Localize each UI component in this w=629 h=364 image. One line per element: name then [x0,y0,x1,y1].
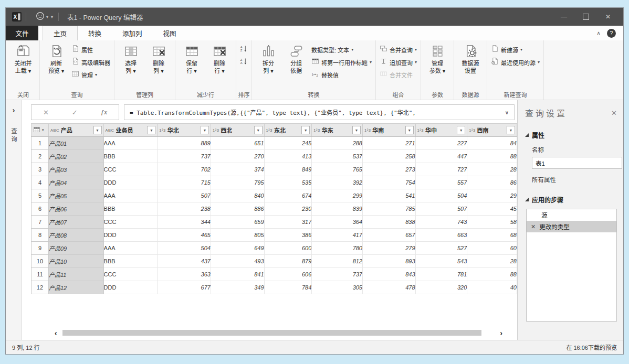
cell-华北[interactable]: 238 [158,202,211,216]
cell-业务员[interactable]: AAA [103,242,158,255]
cell-东北[interactable]: 606 [264,268,312,281]
cell-华北[interactable]: 889 [158,137,211,150]
cell-西北[interactable]: 270 [211,150,264,163]
scrollbar-thumb[interactable] [62,330,481,336]
cell-业务员[interactable]: DDD [103,229,158,242]
cell-产品[interactable]: 产品06 [48,202,103,216]
cell-东北[interactable]: 600 [264,242,312,255]
cell-业务员[interactable]: CCC [103,163,158,176]
cell-华东[interactable]: 288 [312,137,363,150]
formula-expand-icon[interactable]: ∨ [505,110,509,115]
cell-西北[interactable]: 349 [211,281,264,294]
cell-华东[interactable]: 839 [312,202,363,216]
cell-业务员[interactable]: BBB [103,202,158,216]
cell-东北[interactable]: 317 [264,216,312,229]
cell-华北[interactable]: 737 [158,150,211,163]
cell-西南[interactable]: 86 [467,176,517,189]
ribbon-button-数据源设置[interactable]: 数据源设置 [458,42,483,74]
cell-华南[interactable]: 893 [362,255,415,268]
cell-华中[interactable]: 543 [415,255,467,268]
cell-西北[interactable]: 886 [211,202,264,216]
cell-华东[interactable]: 305 [312,281,363,294]
row-number[interactable]: 7 [32,216,49,229]
cell-西北[interactable]: 840 [211,189,264,202]
cell-华北[interactable]: 465 [158,229,211,242]
cell-西南[interactable]: 28 [467,163,517,176]
column-header-业务员[interactable]: ABC业务员▼ [103,124,158,137]
horizontal-scrollbar[interactable]: ‹ › [55,329,502,337]
ribbon-button-关闭并上载[interactable]: 关闭并上载 ▾ [11,42,36,74]
cell-华中[interactable]: 227 [415,137,467,150]
cell-华北[interactable]: 702 [158,163,211,176]
cell-产品[interactable]: 产品05 [48,189,103,202]
ribbon-button-合并文件[interactable]: 合并文件 [380,70,417,80]
ribbon-button-刷新预览[interactable]: 刷新预览 ▾ [44,42,69,74]
column-header-华中[interactable]: 1²3华中▼ [415,124,467,137]
ribbon-button-保留行[interactable]: 保留行 ▾ [179,42,204,74]
ribbon-button-最近使用的源[interactable]: 最近使用的源▾ [491,57,540,67]
cell-华中[interactable]: 781 [415,268,467,281]
column-filter-button[interactable]: ▼ [352,126,361,134]
cell-华东[interactable]: 299 [312,189,363,202]
applied-steps-section-header[interactable]: 应用的步骤 [525,195,617,204]
cell-东北[interactable]: 535 [264,176,312,189]
column-header-华东[interactable]: 1²3华东▼ [312,124,363,137]
ribbon-button-sort-ascending-icon[interactable]: AZ [240,45,248,55]
row-number[interactable]: 2 [32,150,49,163]
cell-业务员[interactable]: AAA [103,189,158,202]
cell-华中[interactable]: 743 [415,216,467,229]
ribbon-button-属性[interactable]: 属性 [71,45,110,55]
cell-产品[interactable]: 产品04 [48,176,103,189]
cell-华东[interactable]: 364 [312,216,363,229]
remove-step-icon[interactable]: ✕ [531,223,536,230]
ribbon-button-替换值[interactable]: 12替换值 [311,70,372,80]
cell-西南[interactable]: 45 [467,202,517,216]
cell-西北[interactable]: 805 [211,229,264,242]
expand-queries-pane-icon[interactable]: › [13,105,15,114]
cell-华北[interactable]: 715 [158,176,211,189]
cell-华南[interactable]: 785 [362,202,415,216]
cell-华南[interactable]: 754 [362,176,415,189]
formula-accept-icon[interactable]: ✓ [72,109,78,116]
tab-转换[interactable]: 转换 [78,26,112,40]
cell-华北[interactable]: 437 [158,255,211,268]
cell-华北[interactable]: 677 [158,281,211,294]
row-number[interactable]: 10 [32,255,49,268]
column-filter-button[interactable]: ▼ [147,126,155,134]
cell-西北[interactable]: 649 [211,242,264,255]
cell-业务员[interactable]: CCC [103,216,158,229]
cell-东北[interactable]: 879 [264,255,312,268]
cell-产品[interactable]: 产品01 [48,137,103,150]
tab-主页[interactable]: 主页 [43,26,78,40]
tab-视图[interactable]: 视图 [153,26,187,40]
quick-access-customize-icon[interactable]: ▼ [50,15,54,19]
column-filter-button[interactable]: ▼ [507,126,515,134]
column-filter-button[interactable]: ▼ [201,126,209,134]
cell-业务员[interactable]: BBB [103,255,158,268]
row-number[interactable]: 3 [32,163,49,176]
row-number[interactable]: 1 [32,137,49,150]
cell-东北[interactable]: 245 [264,137,312,150]
cell-华南[interactable]: 843 [362,268,415,281]
row-number[interactable]: 9 [32,242,49,255]
scroll-left-icon[interactable]: ‹ [55,330,57,336]
cell-西北[interactable]: 493 [211,255,264,268]
cell-东北[interactable]: 413 [264,150,312,163]
ribbon-button-追加查询[interactable]: 追加查询▾ [380,57,417,67]
row-number[interactable]: 12 [32,281,49,294]
cell-产品[interactable]: 产品03 [48,163,103,176]
cell-华北[interactable]: 363 [158,268,211,281]
formula-input[interactable]: = Table.TransformColumnTypes(源,{{"产品", t… [124,104,515,120]
cell-华中[interactable]: 447 [415,150,467,163]
cell-业务员[interactable]: DDD [103,281,158,294]
cell-东北[interactable]: 674 [264,189,312,202]
cell-西南[interactable]: 88 [467,268,517,281]
cell-东北[interactable]: 230 [264,202,312,216]
ribbon-button-删除行[interactable]: 删除行 ▾ [207,42,232,74]
cell-东北[interactable]: 849 [264,163,312,176]
cell-西北[interactable]: 795 [211,176,264,189]
cell-业务员[interactable]: AAA [103,137,158,150]
cell-华南[interactable]: 657 [362,229,415,242]
row-number[interactable]: 4 [32,176,49,189]
column-filter-button[interactable]: ▼ [301,126,310,134]
